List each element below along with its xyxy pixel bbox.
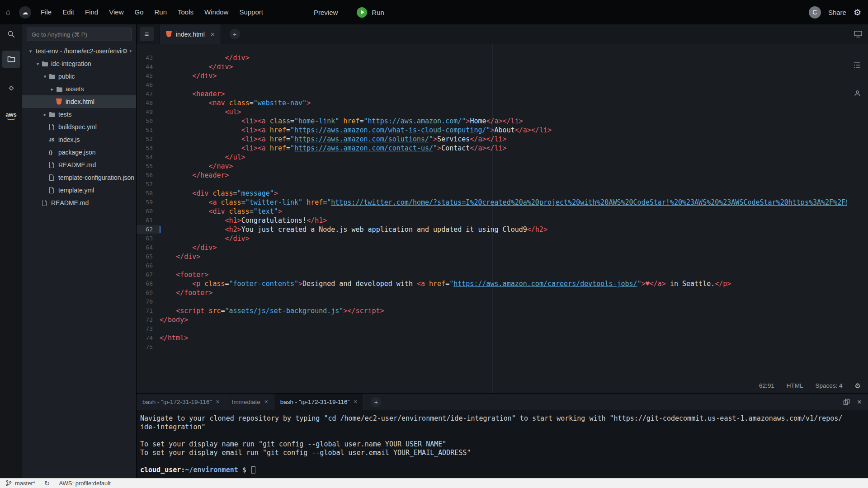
avatar[interactable]: C — [809, 6, 821, 19]
code-line-44[interactable]: 44 </div> — [137, 62, 847, 71]
menu-file[interactable]: File — [35, 0, 57, 24]
disclosure-down-icon[interactable]: ▾ — [41, 74, 49, 80]
tree-item-index-html[interactable]: index.html — [22, 95, 136, 108]
disclosure-right-icon[interactable]: ▸ — [48, 86, 56, 92]
code-line-60[interactable]: 60 <div class="text"> — [137, 207, 847, 216]
code-line-68[interactable]: 68 <p class="footer-contents">Designed a… — [137, 279, 847, 288]
code-line-53[interactable]: 53 <li><a href="https://aws.amazon.com/c… — [137, 144, 847, 153]
source-control-icon[interactable] — [2, 80, 20, 97]
code-line-56[interactable]: 56 </header> — [137, 171, 847, 180]
preview-button[interactable]: Preview — [314, 9, 338, 16]
tab-index-html[interactable]: index.html × — [160, 24, 221, 44]
tree-item-buildspec-yml[interactable]: buildspec.yml — [22, 121, 136, 133]
tree-item-template-yml[interactable]: template.yml — [22, 184, 136, 197]
code-line-55[interactable]: 55 </nav> — [137, 162, 847, 171]
tab-list-menu-icon[interactable]: ≡ — [140, 27, 154, 41]
code-line-47[interactable]: 47 <header> — [137, 89, 847, 99]
disclosure-down-icon[interactable]: ▾ — [27, 48, 34, 54]
code-line-48[interactable]: 48 <nav class="website-nav"> — [137, 99, 847, 108]
code-line-59[interactable]: 59 <a class="twitter-link" href="https:/… — [137, 198, 847, 207]
tree-item-assets[interactable]: ▸assets — [22, 83, 136, 95]
terminal-tab-1[interactable]: bash - "ip-172-31-19-116"× — [137, 394, 226, 410]
new-tab-button[interactable]: + — [230, 29, 240, 39]
code-line-43[interactable]: 43 </div> — [137, 53, 847, 62]
code-line-45[interactable]: 45 </div> — [137, 71, 847, 80]
folder-icon — [56, 86, 66, 92]
code-line-74[interactable]: 74</html> — [137, 333, 847, 343]
project-settings-gear-icon[interactable]: ⚙▾ — [122, 47, 136, 55]
tab-close-icon[interactable]: × — [216, 398, 219, 405]
menu-find[interactable]: Find — [80, 0, 104, 24]
code-line-58[interactable]: 58 <div class="message"> — [137, 189, 847, 198]
code-text: <li><a class="home-link" href="https://a… — [160, 117, 847, 126]
disclosure-down-icon[interactable]: ▾ — [34, 61, 42, 67]
code-line-46[interactable]: 46 — [137, 80, 847, 89]
code-line-75[interactable]: 75 — [137, 343, 847, 352]
tree-item-readme-md[interactable]: README.md — [22, 159, 136, 171]
sync-icon[interactable]: ↻ — [44, 479, 50, 488]
code-line-52[interactable]: 52 <li><a href="https://aws.amazon.com/s… — [137, 135, 847, 144]
code-line-66[interactable]: 66 — [137, 261, 847, 270]
code-line-67[interactable]: 67 <footer> — [137, 270, 847, 279]
terminal-output[interactable]: Navigate to your cloned repository by ty… — [137, 410, 868, 474]
tree-item-test-env-home-ec2-user-environment[interactable]: ▾test-env - /home/ec2-user/environment⚙▾ — [22, 45, 136, 57]
menu-window[interactable]: Window — [199, 0, 234, 24]
code-line-69[interactable]: 69 </footer> — [137, 288, 847, 297]
code-line-50[interactable]: 50 <li><a class="home-link" href="https:… — [137, 117, 847, 126]
tree-item-index-js[interactable]: JSindex.js — [22, 133, 136, 146]
terminal-tab-2[interactable]: Immediate× — [226, 394, 274, 410]
expand-panel-icon[interactable] — [843, 399, 850, 405]
code-line-61[interactable]: 61 <h1>Congratulations!</h1> — [137, 216, 847, 225]
settings-gear-icon[interactable]: ⚙ — [854, 8, 861, 17]
run-button[interactable]: Run — [357, 7, 384, 18]
html-file-icon — [166, 31, 172, 38]
home-icon[interactable]: ⌂ — [0, 8, 16, 17]
code-line-54[interactable]: 54 </ul> — [137, 153, 847, 162]
tab-close-icon[interactable]: × — [211, 30, 215, 38]
code-line-49[interactable]: 49 <ul> — [137, 108, 847, 117]
tree-item-template-configuration-json[interactable]: template-configuration.json — [22, 171, 136, 184]
code-line-64[interactable]: 64 </div> — [137, 243, 847, 252]
terminal-tab-3[interactable]: bash - "ip-172-31-19-116"× — [274, 394, 364, 410]
menu-go[interactable]: Go — [129, 0, 149, 24]
close-panel-icon[interactable]: × — [857, 398, 862, 406]
menu-edit[interactable]: Edit — [57, 0, 80, 24]
tree-item-tests[interactable]: ▸tests — [22, 108, 136, 121]
code-line-71[interactable]: 71 <script src="assets/js/set-background… — [137, 306, 847, 315]
tree-item-readme-md[interactable]: README.md — [22, 197, 136, 209]
menu-view[interactable]: View — [104, 0, 129, 24]
syntax-mode[interactable]: HTML — [787, 382, 803, 389]
code-line-63[interactable]: 63 </div> — [137, 234, 847, 243]
outline-icon[interactable] — [852, 60, 863, 70]
spaces-setting[interactable]: Spaces: 4 — [816, 382, 843, 389]
code-line-62[interactable]: 62 <h2>You just created a Node.js web ap… — [137, 225, 847, 234]
collaborate-icon[interactable] — [852, 88, 863, 99]
share-button[interactable]: Share — [828, 9, 846, 16]
disclosure-right-icon[interactable]: ▸ — [41, 112, 49, 117]
code-line-72[interactable]: 72</body> — [137, 315, 847, 324]
tree-item-package-json[interactable]: {}package.json — [22, 146, 136, 159]
code-line-57[interactable]: 57 — [137, 180, 847, 189]
code-line-70[interactable]: 70 — [137, 297, 847, 306]
code-line-51[interactable]: 51 <li><a href="https://aws.amazon.com/w… — [137, 126, 847, 135]
tab-close-icon[interactable]: × — [264, 398, 268, 405]
code-editor[interactable]: 43 </div>44 </div>45 </div>4647 <header>… — [137, 44, 868, 393]
preview-pane-icon[interactable] — [854, 31, 862, 38]
code-line-65[interactable]: 65 </div> — [137, 252, 847, 261]
files-panel-icon[interactable] — [2, 51, 20, 68]
code-line-73[interactable]: 73 — [137, 324, 847, 333]
goto-anything-input[interactable] — [27, 28, 132, 41]
search-icon[interactable] — [2, 25, 20, 42]
tab-close-icon[interactable]: × — [354, 398, 357, 405]
tree-item-label: assets — [66, 85, 136, 93]
new-terminal-button[interactable]: + — [371, 397, 381, 407]
editor-settings-gear-icon[interactable]: ⚙ — [855, 382, 861, 389]
menu-support[interactable]: Support — [234, 0, 269, 24]
cursor-position[interactable]: 62:91 — [759, 382, 774, 389]
tree-item-public[interactable]: ▾public — [22, 70, 136, 83]
menu-run[interactable]: Run — [149, 0, 172, 24]
cloud9-logo[interactable]: ☁ — [19, 6, 31, 19]
aws-icon[interactable]: aws — [2, 108, 20, 125]
tree-item-ide-integration[interactable]: ▾ide-integration — [22, 57, 136, 70]
menu-tools[interactable]: Tools — [172, 0, 199, 24]
